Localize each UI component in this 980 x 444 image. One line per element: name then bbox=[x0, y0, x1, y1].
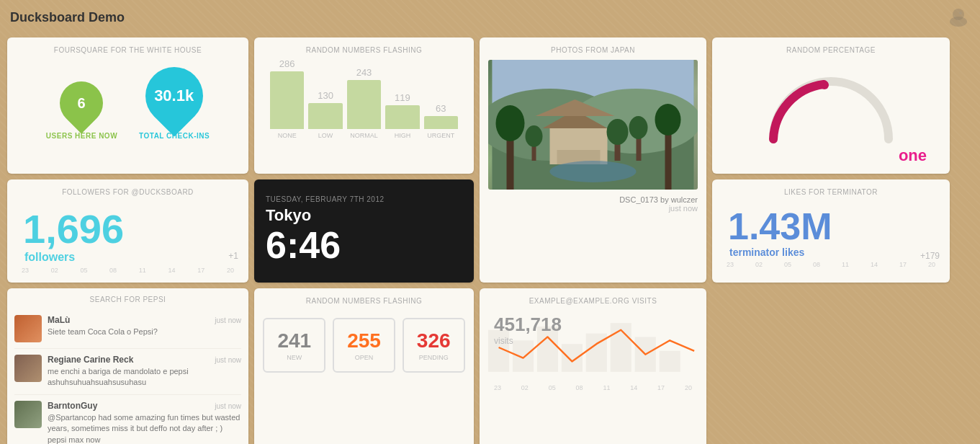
svg-rect-16 bbox=[637, 136, 642, 161]
barchart-title: RANDOM NUMBERS FLASHING bbox=[263, 46, 465, 54]
tweet-avatar-1 bbox=[14, 315, 42, 342]
bar-low: 130 LOW bbox=[308, 90, 342, 139]
visits-count: 451,718 bbox=[491, 311, 562, 336]
svg-point-22 bbox=[655, 104, 681, 136]
gauge-title: RANDOM PERCENTAGE bbox=[786, 46, 876, 54]
tweet-avatar-2 bbox=[14, 355, 42, 382]
svg-point-2 bbox=[959, 12, 962, 14]
users-bubble: 6 bbox=[51, 73, 112, 134]
app-title: Ducksboard Demo bbox=[10, 10, 125, 25]
clock-time: 6:46 bbox=[266, 225, 462, 266]
foursquare-card: FOURSQUARE FOR THE WHITE HOUSE 6 USERS H… bbox=[7, 37, 248, 174]
bar-urgent: 63 URGENT bbox=[424, 103, 458, 139]
svg-point-18 bbox=[550, 161, 637, 182]
bar-none: 286 NONE bbox=[270, 58, 304, 139]
likes-delta: +179 bbox=[920, 251, 940, 261]
followers-axis: 2302 0508 1114 1720 bbox=[16, 264, 240, 274]
bar-high: 119 HIGH bbox=[385, 92, 419, 139]
tweet-item-1: MaLù just now Siete team Coca Cola o Pep… bbox=[14, 309, 241, 349]
search-pepsi-card: SEARCH FOR PEPSI MaLù just now Siete tea… bbox=[7, 288, 248, 444]
number-new: 241 NEW bbox=[263, 318, 325, 373]
likes-card: LIKES FOR TERMINATOR 1.43M terminator li… bbox=[712, 179, 950, 283]
photos-card: PHOTOS FROM JAPAN bbox=[480, 37, 706, 283]
header: Ducksboard Demo bbox=[0, 0, 980, 35]
likes-label: terminator likes bbox=[721, 247, 941, 258]
svg-point-15 bbox=[526, 125, 543, 147]
users-here-pin: 6 USERS HERE NOW bbox=[46, 81, 117, 140]
followers-title: FOLLOWERS FOR @DUCKSBOARD bbox=[16, 188, 240, 196]
clock-card: TUESDAY, FEBRUARY 7TH 2012 Tokyo 6:46 bbox=[254, 179, 474, 283]
likes-count: 1.43M bbox=[721, 202, 941, 247]
checkins-bubble: 30.1k bbox=[134, 55, 215, 136]
photo-image bbox=[488, 60, 698, 190]
numbers-card: RANDOM NUMBERS FLASHING 241 NEW 255 OPEN… bbox=[254, 288, 474, 444]
photos-title: PHOTOS FROM JAPAN bbox=[551, 46, 635, 54]
clock-city: Tokyo bbox=[266, 206, 462, 225]
tweet-content-2: Regiane Carine Reck just now me enchi a … bbox=[48, 355, 241, 388]
svg-rect-31 bbox=[660, 351, 680, 372]
tweet-item-2: Regiane Carine Reck just now me enchi a … bbox=[14, 349, 241, 395]
bar-normal: 243 NORMAL bbox=[347, 67, 381, 139]
tweet-avatar-3 bbox=[14, 401, 42, 428]
checkins-count: 30.1k bbox=[155, 86, 194, 105]
tweet-content-3: BarntonGuy just now @Spartancop had some… bbox=[48, 401, 241, 444]
search-title: SEARCH FOR PEPSI bbox=[14, 296, 241, 303]
svg-point-20 bbox=[496, 105, 525, 141]
gauge-card: RANDOM PERCENTAGE one bbox=[712, 37, 950, 174]
likes-title: LIKES FOR TERMINATOR bbox=[721, 188, 941, 196]
followers-card: FOLLOWERS FOR @DUCKSBOARD 1,696 follower… bbox=[7, 179, 248, 283]
photo-filename: DSC_0173 by wulczer bbox=[619, 195, 698, 204]
bar-chart-area: 286 NONE 130 LOW 243 NORMAL 119 HIGH 63 bbox=[263, 60, 465, 139]
tweet-item-3: BarntonGuy just now @Spartancop had some… bbox=[14, 395, 241, 444]
tweet-text-1: Siete team Coca Cola o Pepsi? bbox=[48, 327, 241, 337]
duck-icon bbox=[947, 6, 970, 29]
visits-title: EXAMPLE@EXAMPLE.ORG VISITS bbox=[488, 297, 698, 305]
numbers-title: RANDOM NUMBERS FLASHING bbox=[306, 297, 423, 305]
clock-date: TUESDAY, FEBRUARY 7TH 2012 bbox=[266, 195, 462, 203]
tweet-text-2: me enchi a bariga de mandolato e pepsi a… bbox=[48, 366, 241, 388]
barchart-card: RANDOM NUMBERS FLASHING 286 NONE 130 LOW… bbox=[254, 37, 474, 174]
dashboard-grid: FOURSQUARE FOR THE WHITE HOUSE 6 USERS H… bbox=[0, 35, 980, 444]
numbers-row: 241 NEW 255 OPEN 326 PENDING bbox=[263, 318, 464, 373]
visits-label: visits bbox=[491, 336, 562, 346]
tweet-content-1: MaLù just now Siete team Coca Cola o Pep… bbox=[48, 315, 241, 337]
followers-delta: +1 bbox=[228, 251, 238, 261]
number-open: 255 OPEN bbox=[333, 318, 395, 373]
svg-point-1 bbox=[950, 17, 967, 27]
photo-timestamp: just now bbox=[488, 204, 698, 213]
svg-rect-21 bbox=[665, 128, 672, 190]
pin-row: 6 USERS HERE NOW 30.1k TOTAL CHECK-INS bbox=[46, 60, 210, 147]
svg-rect-27 bbox=[562, 344, 583, 372]
followers-count: 1,696 bbox=[16, 202, 240, 251]
foursquare-title: FOURSQUARE FOR THE WHITE HOUSE bbox=[54, 46, 202, 54]
tweet-text-3: @Spartancop had some amazing fun times b… bbox=[48, 412, 241, 444]
gauge-label: one bbox=[721, 146, 941, 165]
checkins-pin: 30.1k TOTAL CHECK-INS bbox=[139, 67, 210, 140]
photo-caption: DSC_0173 by wulczer bbox=[488, 195, 698, 204]
number-pending: 326 PENDING bbox=[403, 318, 465, 373]
svg-point-17 bbox=[629, 116, 648, 139]
visits-axis: 2302 0508 1114 1720 bbox=[488, 383, 698, 391]
users-count: 6 bbox=[78, 95, 86, 112]
likes-axis: 2302 0508 1114 1720 bbox=[721, 258, 941, 268]
gauge-svg bbox=[759, 67, 903, 146]
svg-point-23 bbox=[820, 81, 829, 89]
followers-label: followers bbox=[16, 251, 240, 264]
visits-card: EXAMPLE@EXAMPLE.ORG VISITS 451,718 visit… bbox=[480, 288, 706, 444]
svg-point-13 bbox=[607, 119, 629, 145]
